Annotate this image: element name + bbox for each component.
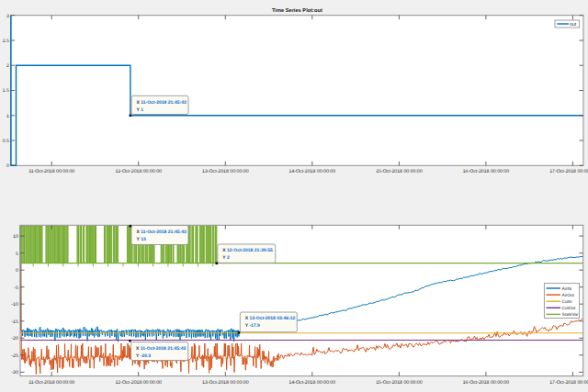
svg-text:11-Oct-2018 00:00:00: 11-Oct-2018 00:00:00 [28,380,74,386]
svg-text:CutOut: CutOut [562,306,577,310]
svg-text:12-Oct-2018 00:00:00: 12-Oct-2018 00:00:00 [115,380,162,386]
svg-text:2: 2 [6,63,9,69]
svg-text:AirOut: AirOut [562,293,575,297]
svg-text:X 11-Oct-2018 21:45:43: X 11-Oct-2018 21:45:43 [137,230,187,235]
svg-text:16-Oct-2018 00:00:00: 16-Oct-2018 00:00:00 [463,380,510,386]
svg-text:1: 1 [6,114,9,119]
svg-text:-30: -30 [11,370,18,375]
svg-text:Y 2: Y 2 [222,255,230,261]
svg-text:X 12-Oct-2018 21:39:55: X 12-Oct-2018 21:39:55 [222,248,273,253]
svg-text:CutIn: CutIn [562,299,573,304]
svg-text:StateVar: StateVar [562,312,579,317]
svg-text:-10: -10 [11,302,18,308]
svg-text:-5: -5 [14,286,18,291]
svg-text:11-Oct-2018 00:00:00: 11-Oct-2018 00:00:00 [28,169,74,174]
svg-text:14-Oct-2018 00:00:00: 14-Oct-2018 00:00:00 [289,380,336,386]
svg-text:X 13-Oct-2018 03:46:12: X 13-Oct-2018 03:46:12 [245,316,296,321]
svg-text:16-Oct-2018 00:00:00: 16-Oct-2018 00:00:00 [463,169,510,174]
svg-text:10: 10 [13,234,18,240]
svg-text:Y -17.9: Y -17.9 [245,323,260,329]
svg-text:Y 13: Y 13 [137,237,146,242]
svg-text:-15: -15 [11,319,18,325]
svg-text:15-Oct-2018 00:00:00: 15-Oct-2018 00:00:00 [376,380,423,386]
svg-text:Y 1: Y 1 [137,107,144,113]
svg-text:0.5: 0.5 [3,139,9,144]
svg-text:17-Oct-2018 00:00:00: 17-Oct-2018 00:00:00 [549,169,588,174]
svg-text:0: 0 [6,163,9,169]
svg-text:5: 5 [16,252,18,257]
svg-text:14-Oct-2018 00:00:00: 14-Oct-2018 00:00:00 [289,169,336,174]
svg-text:X 11-Oct-2018 21:45:43: X 11-Oct-2018 21:45:43 [137,100,187,106]
svg-text:AirIN: AirIN [562,286,571,291]
svg-text:-20: -20 [11,336,18,342]
svg-text:2.5: 2.5 [3,39,9,44]
svg-text:15-Oct-2018 00:00:00: 15-Oct-2018 00:00:00 [376,169,423,174]
svg-text:Y -20.3: Y -20.3 [136,353,151,359]
svg-text:13-Oct-2018 00:00:00: 13-Oct-2018 00:00:00 [202,380,249,386]
svg-text:out: out [570,22,577,28]
svg-text:X 11-Oct-2018 21:45:43: X 11-Oct-2018 21:45:43 [136,346,186,352]
svg-text:0: 0 [16,268,18,274]
svg-text:1.5: 1.5 [3,88,9,94]
svg-text:Time Series Plot:out: Time Series Plot:out [272,7,322,14]
svg-text:13-Oct-2018 00:00:00: 13-Oct-2018 00:00:00 [202,169,249,174]
svg-text:12-Oct-2018 00:00:00: 12-Oct-2018 00:00:00 [115,169,162,174]
svg-text:-25: -25 [11,353,18,359]
svg-text:3: 3 [6,14,9,19]
svg-text:17-Oct-2018 00:00:00: 17-Oct-2018 00:00:00 [549,380,588,386]
